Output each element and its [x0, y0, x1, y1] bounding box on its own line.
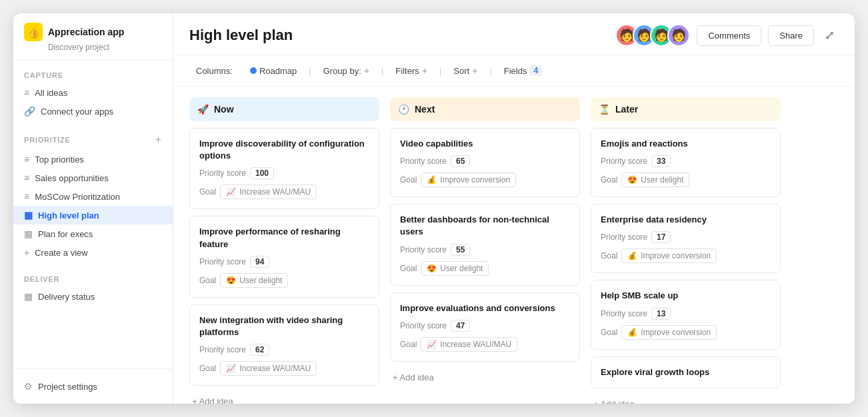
goal-text: User delight [641, 175, 683, 185]
prioritize-label: PRIORITIZE + [13, 134, 173, 150]
card-goal: Goal 💰 Improve conversion [601, 325, 771, 340]
comments-button[interactable]: Comments [697, 25, 761, 46]
card-next-1[interactable]: Better dashboards for non-technical user… [390, 204, 580, 285]
goal-label: Goal [199, 187, 216, 197]
card-meta: Priority score 13 [601, 308, 771, 320]
priority-badge: 94 [250, 256, 269, 268]
dot-icon [250, 67, 257, 74]
card-title: Emojis and reactions [601, 138, 771, 150]
sidebar-item-moscow[interactable]: ≡ MoSCow Prioritization [13, 187, 173, 206]
sidebar-item-top-priorities[interactable]: ≡ Top priorities [13, 150, 173, 169]
goal-label: Goal [199, 276, 216, 285]
add-group-icon: + [364, 65, 369, 76]
sidebar-item-project-settings[interactable]: ⚙ Project settings [13, 377, 173, 396]
card-now-2[interactable]: New integration with video sharing platf… [189, 304, 379, 386]
add-view-icon[interactable]: + [155, 134, 162, 146]
card-goal: Goal 📈 Increase WAU/MAU [400, 337, 570, 352]
goal-emoji: 📈 [226, 364, 236, 373]
card-goal: Goal 😍 User delight [400, 261, 570, 276]
priority-badge: 55 [451, 244, 470, 256]
goal-badge: 😍 User delight [621, 173, 689, 187]
sort-button[interactable]: Sort + [447, 62, 484, 79]
separator: | [439, 66, 441, 76]
roadmap-selector[interactable]: Roadmap [243, 63, 303, 79]
roadmap-label: Roadmap [259, 66, 297, 76]
list-icon: ≡ [24, 191, 29, 202]
sidebar-item-plan-for-execs[interactable]: ▦ Plan for execs [13, 224, 173, 243]
card-title: Video capabilities [400, 138, 570, 150]
goal-label: Goal [601, 175, 617, 185]
list-icon: ≡ [24, 173, 29, 183]
sidebar-item-connect-apps[interactable]: 🔗 Connect your apps [13, 102, 173, 121]
column-header-later: ⏳ Later [591, 97, 781, 121]
goal-emoji: 😍 [427, 264, 437, 273]
sidebar-item-create-view[interactable]: + Create a view [13, 243, 173, 262]
columns-label: Columns: [189, 63, 239, 79]
board: 🚀 Now Improve discoverability of configu… [173, 87, 855, 404]
goal-emoji: 💰 [427, 175, 437, 185]
priority-badge: 65 [451, 155, 470, 167]
priority-badge: 17 [651, 231, 671, 243]
card-title: Improve discoverability of configuration… [199, 138, 369, 162]
goal-badge: 📈 Increase WAU/MAU [220, 185, 317, 199]
link-icon: 🔗 [24, 106, 35, 117]
page-title: High level plan [189, 27, 293, 44]
card-later-1[interactable]: Enterprise data residency Priority score… [591, 204, 781, 273]
card-meta: Priority score 47 [400, 320, 570, 332]
card-later-0[interactable]: Emojis and reactions Priority score 33 G… [591, 128, 781, 197]
goal-label: Goal [400, 175, 417, 185]
card-now-1[interactable]: Improve performance of resharing feature… [189, 216, 379, 297]
card-now-0[interactable]: Improve discoverability of configuration… [189, 128, 379, 209]
column-title-later: Later [615, 104, 638, 115]
sidebar-item-label: Project settings [38, 382, 97, 392]
share-button[interactable]: Share [768, 25, 814, 46]
sidebar-item-high-level-plan[interactable]: ▦ High level plan [13, 206, 173, 224]
goal-label: Goal [601, 251, 617, 260]
add-idea-later[interactable]: + Add idea [591, 395, 781, 404]
deliver-section: DELIVER ▦ Delivery status [13, 264, 173, 308]
column-now: 🚀 Now Improve discoverability of configu… [189, 97, 379, 393]
filters-button[interactable]: Filters + [389, 62, 434, 79]
sidebar-header: 👍 Appreciation app Discovery project [13, 13, 173, 61]
app-title: Appreciation app [48, 27, 124, 37]
card-meta: Priority score 55 [400, 244, 570, 256]
column-emoji-now: 🚀 [197, 104, 209, 115]
card-later-3[interactable]: Explore viral growth loops [591, 356, 781, 388]
sidebar-item-label: Connect your apps [41, 107, 113, 117]
card-next-2[interactable]: Improve evaluations and conversions Prio… [390, 292, 580, 362]
sidebar-item-label: MoSCow Prioritization [35, 192, 120, 202]
priority-badge: 62 [250, 344, 269, 356]
goal-text: Increase WAU/MAU [440, 340, 511, 349]
fields-button[interactable]: Fields 4 [497, 62, 549, 79]
gear-icon: ⚙ [24, 381, 33, 392]
sidebar-item-label: Create a view [35, 248, 87, 258]
sidebar-item-delivery-status[interactable]: ▦ Delivery status [13, 287, 173, 306]
goal-badge: 💰 Improve conversion [621, 248, 717, 263]
separator: | [309, 66, 311, 76]
card-later-2[interactable]: Help SMB scale up Priority score 13 Goal… [591, 280, 781, 349]
priority-badge: 100 [250, 167, 274, 179]
list-icon: ≡ [24, 87, 29, 98]
card-meta: Priority score 65 [400, 155, 570, 167]
add-idea-next[interactable]: + Add idea [390, 368, 580, 386]
goal-emoji: 💰 [627, 328, 637, 337]
priority-label: Priority score [400, 157, 447, 166]
card-next-0[interactable]: Video capabilities Priority score 65 Goa… [390, 128, 580, 197]
sidebar-item-label: Top priorities [35, 155, 84, 165]
prioritize-section: PRIORITIZE + ≡ Top priorities ≡ Sales op… [13, 123, 173, 264]
priority-label: Priority score [400, 321, 447, 330]
goal-emoji: 💰 [627, 251, 637, 260]
group-by-button[interactable]: Group by: + [317, 62, 376, 79]
goal-badge: 💰 Improve conversion [621, 325, 717, 340]
goal-label: Goal [400, 340, 417, 349]
sidebar-item-all-ideas[interactable]: ≡ All ideas [13, 83, 173, 102]
card-title: Help SMB scale up [601, 290, 771, 302]
app-icon: 👍 [24, 23, 43, 41]
sidebar-item-label: All ideas [35, 88, 67, 98]
expand-button[interactable]: ⤢ [821, 24, 839, 47]
sidebar-item-sales-opportunities[interactable]: ≡ Sales opportunities [13, 169, 173, 187]
goal-text: Improve conversion [641, 251, 711, 260]
add-idea-now[interactable]: + Add idea [189, 392, 379, 404]
column-next: 🕐 Next Video capabilities Priority score… [390, 97, 580, 393]
main-content: High level plan 🧑 🧑 🧑 🧑 Comments Share ⤢… [173, 13, 855, 404]
